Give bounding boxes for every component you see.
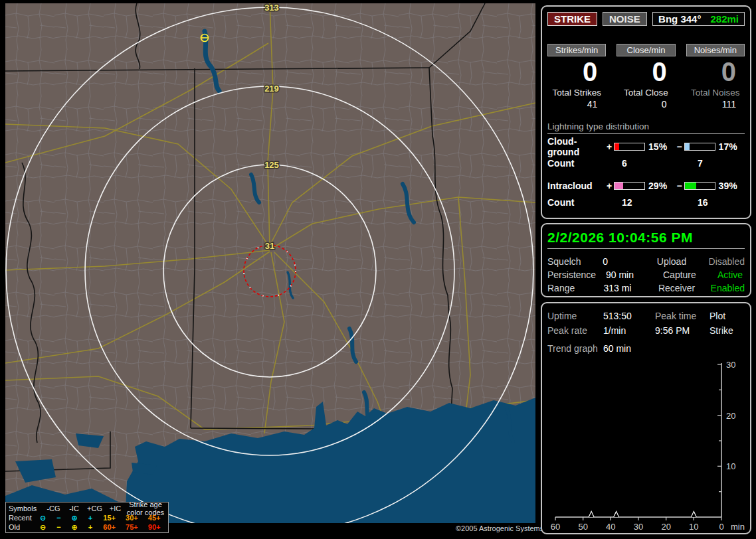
age-15: 15+	[98, 514, 121, 522]
status-panel: 2/2/2026 10:04:56 PM Squelch 0 Upload Di…	[541, 223, 751, 297]
plot-mode-value: Strike	[709, 325, 733, 336]
svg-text:60: 60	[551, 522, 560, 532]
age-30: 30+	[121, 514, 143, 522]
ic-negative-count: 16	[698, 197, 708, 208]
legend-old-row: Old ⊖ − ⊕ + 60+ 75+ 90+	[9, 522, 165, 532]
intracloud-row: Intracloud + 29% − 39%	[547, 179, 745, 193]
ic-negative-pct: 39%	[719, 181, 745, 191]
ring-label-125: 125	[264, 160, 279, 170]
range-label: Range	[547, 283, 603, 293]
close-per-min-button[interactable]: Close/min	[616, 44, 675, 56]
ic-negative-bar	[684, 182, 715, 190]
bearing-value: Bng 344°	[658, 13, 701, 25]
plot-label: Plot	[709, 311, 725, 321]
svg-text:0: 0	[719, 522, 723, 532]
ring-label-219: 219	[264, 84, 279, 94]
legend-col-pos-ic: +IC	[105, 504, 126, 512]
trend-graph-row: Trend graph 60 min	[547, 343, 745, 356]
ic-positive-pct: 29%	[648, 181, 674, 191]
upload-label: Upload	[657, 256, 709, 267]
svg-text:10: 10	[689, 522, 698, 532]
noise-mode-button[interactable]: NOISE	[603, 12, 647, 26]
upload-status: Disabled	[709, 256, 745, 267]
legend-col-neg-cg: -CG	[43, 504, 64, 512]
range-value: 313 mi	[603, 283, 658, 293]
receiver-status: Enabled	[711, 283, 745, 293]
recent-pos-cg-icon: ⊕	[66, 514, 82, 522]
peak-rate-value: 1/min	[603, 325, 655, 336]
legend-recent-label: Recent	[9, 514, 35, 522]
old-neg-cg-icon: ⊖	[35, 523, 51, 532]
app-window: 313 219 125 31 Symbols -CG -IC +CG +IC S…	[0, 0, 756, 539]
peak-time-label: Peak time	[655, 311, 709, 321]
cloud-ground-count-row: Count 6 7	[547, 158, 745, 169]
distribution-title: Lightning type distribution	[547, 121, 745, 134]
ic-positive-bar	[614, 182, 645, 190]
minus-sign: −	[674, 141, 684, 152]
ring-label-313: 313	[264, 3, 279, 13]
strike-mode-button[interactable]: STRIKE	[547, 12, 597, 26]
plus-sign: +	[605, 141, 614, 152]
peak-rate-row: Peak rate 1/min 9:56 PM Strike	[547, 323, 745, 338]
uptime-label: Uptime	[547, 311, 603, 321]
ic-positive-count: 12	[622, 197, 698, 208]
status-row: Range 313 mi Receiver Enabled	[547, 281, 745, 295]
uptime-row: Uptime 513:50 Peak time Plot	[547, 309, 745, 323]
age-75: 75+	[121, 523, 143, 531]
legend-old-label: Old	[9, 523, 35, 531]
symbol-legend: Symbols -CG -IC +CG +IC Strike age color…	[5, 502, 169, 533]
old-pos-ic-icon: +	[82, 523, 98, 531]
squelch-label: Squelch	[547, 256, 603, 267]
noises-per-min-button[interactable]: Noises/min	[686, 44, 745, 56]
capture-status: Active	[717, 270, 743, 280]
peak-time-value: 9:56 PM	[655, 325, 709, 336]
svg-text:min: min	[731, 522, 745, 532]
cg-positive-count: 6	[622, 158, 698, 169]
legend-symbols-header: Symbols	[9, 504, 43, 512]
svg-text:50: 50	[578, 522, 587, 532]
stats-panel: STRIKE NOISE Bng 344° 282mi Strikes/min …	[541, 5, 751, 219]
trend-graph-duration: 60 min	[603, 343, 631, 356]
count-label: Count	[547, 197, 622, 208]
svg-text:10: 10	[726, 461, 735, 471]
noises-counter: Noises/min 0 Total Noises 111	[686, 44, 745, 110]
datetime-display: 2/2/2026 10:04:56 PM	[547, 230, 745, 249]
total-noises-value: 111	[686, 99, 745, 110]
recent-neg-ic-icon: −	[51, 514, 67, 522]
age-90: 90+	[143, 523, 165, 531]
total-strikes-value: 41	[547, 99, 606, 110]
svg-text:30: 30	[726, 360, 735, 370]
cloud-ground-label: Cloud-ground	[547, 136, 605, 157]
recent-pos-ic-icon: +	[82, 514, 98, 522]
recent-neg-cg-icon: ⊖	[35, 514, 51, 522]
receiver-label: Receiver	[658, 283, 711, 293]
cg-positive-bar	[614, 143, 645, 151]
age-60: 60+	[98, 523, 121, 531]
bearing-distance: 282mi	[710, 13, 739, 25]
total-close-label: Total Close	[616, 88, 675, 98]
old-neg-ic-icon: −	[51, 523, 67, 531]
lightning-map[interactable]: 313 219 125 31	[5, 3, 535, 523]
legend-col-neg-ic: -IC	[64, 504, 84, 512]
svg-text:30: 30	[634, 522, 643, 532]
minus-sign: −	[674, 181, 684, 191]
peak-rate-label: Peak rate	[547, 325, 603, 336]
persistence-value: 90 min	[606, 270, 663, 280]
age-45: 45+	[143, 514, 165, 522]
legend-header-row: Symbols -CG -IC +CG +IC Strike age color…	[9, 504, 165, 513]
strike-trend-chart: 6050403020100min102030	[547, 358, 746, 536]
strikes-per-min-button[interactable]: Strikes/min	[547, 44, 606, 56]
intracloud-label: Intracloud	[547, 181, 605, 191]
status-row: Persistence 90 min Capture Active	[547, 268, 745, 281]
cg-negative-pct: 17%	[719, 141, 745, 152]
svg-text:40: 40	[606, 522, 615, 532]
strikes-counter: Strikes/min 0 Total Strikes 41	[547, 44, 606, 110]
strikes-rate-value: 0	[547, 58, 606, 86]
map-canvas: 313 219 125 31	[5, 3, 535, 523]
total-close-value: 0	[616, 99, 675, 110]
noises-rate-value: 0	[686, 58, 745, 86]
bearing-readout: Bng 344° 282mi	[652, 12, 745, 26]
legend-recent-row: Recent ⊖ − ⊕ + 15+ 30+ 45+	[9, 513, 165, 522]
cg-negative-bar	[684, 143, 715, 151]
squelch-value: 0	[603, 256, 656, 267]
